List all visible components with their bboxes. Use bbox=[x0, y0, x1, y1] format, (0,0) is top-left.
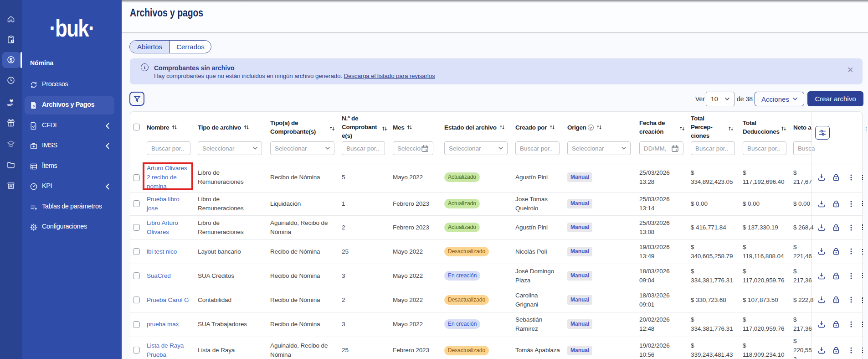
svg-text:$: $ bbox=[10, 57, 12, 62]
svg-text:$: $ bbox=[33, 104, 35, 108]
